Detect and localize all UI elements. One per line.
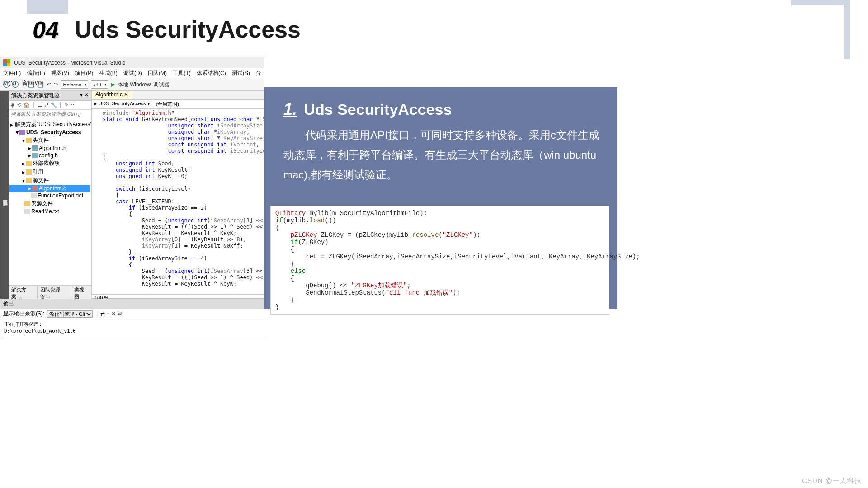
slide-title: Uds SecurityAccess xyxy=(75,16,301,43)
menu-bar: 文件(F) 编辑(E) 视图(V) 项目(P) 生成(B) 调试(D) 团队(M… xyxy=(0,68,264,78)
explorer-title: 解决方案资源管理器▾ ✕ xyxy=(9,91,91,101)
output-source-select[interactable]: 源代码管理 - Git xyxy=(47,310,93,318)
menu-project[interactable]: 项目(P) xyxy=(75,70,93,76)
nav-back-icon[interactable] xyxy=(3,81,9,88)
toolbar: │ 💾 💾 ↶ ↷ Release x86 ▶ 本地 Windows 调试器 xyxy=(0,78,264,91)
code-editor: Algorithm.c ✕ ▸ UDS_SecurityAccess ▾ (全局… xyxy=(92,91,264,301)
folder-ext[interactable]: ▸ 外部依赖项 xyxy=(9,159,90,168)
file-algorithm-c[interactable]: ▸ Algorithm.c xyxy=(9,185,90,192)
section-text: 代码采用通用API接口，可同时支持多种设备。采用c文件生成动态库，有利于跨平台编… xyxy=(283,125,602,185)
output-panel: 输出 显示输出来源(S): 源代码管理 - Git │ ⇄ ≡ ✕ ⏎ 正在打开… xyxy=(0,299,264,339)
file-config-h[interactable]: ▸ config.h xyxy=(9,152,90,159)
file-algorithm-h[interactable]: ▸ Algorithm.h xyxy=(9,145,90,152)
toolbar-sep: │ xyxy=(21,78,25,91)
explorer-toolbar[interactable]: ◉ ⟲ 🏠 │ ☰ ⇄ 🔧 │ ✎ ⋯ xyxy=(9,101,91,110)
folder-ref[interactable]: ▸ 引用 xyxy=(9,168,90,176)
menu-tools[interactable]: 工具(T) xyxy=(173,70,190,76)
solution-tree: ▸ 解决方案"UDS_SecurityAccess"(1 … ▾ UDS_Sec… xyxy=(9,118,91,285)
corner-decoration xyxy=(791,0,850,59)
platform-select[interactable]: x86 xyxy=(91,80,108,89)
output-line1: 正在打开存储库: xyxy=(4,321,260,328)
file-readme[interactable]: ReadMe.txt xyxy=(9,208,90,215)
editor-tabs: Algorithm.c ✕ xyxy=(92,91,264,100)
crumb-project[interactable]: ▸ UDS_SecurityAccess ▾ xyxy=(92,100,153,108)
code-snippet: QLibrary mylib(m_SecurityAlgorithmFile);… xyxy=(270,206,609,315)
tab-algorithm-c[interactable]: Algorithm.c ✕ xyxy=(92,91,132,99)
save-icon[interactable]: 💾 xyxy=(28,78,34,91)
redo-icon[interactable]: ↷ xyxy=(54,78,58,91)
menu-build[interactable]: 生成(B) xyxy=(99,70,118,76)
nav-fwd-icon[interactable] xyxy=(12,81,19,88)
output-body: 正在打开存储库: D:\project\usb_work_v1.0 xyxy=(0,319,264,336)
debugger-label[interactable]: 本地 Windows 调试器 xyxy=(118,78,170,91)
output-from-label: 显示输出来源(S): xyxy=(3,310,44,318)
project-node[interactable]: ▾ UDS_SecurityAccess xyxy=(9,129,90,136)
play-icon[interactable]: ▶ xyxy=(111,78,115,91)
output-toolbar: 显示输出来源(S): 源代码管理 - Git │ ⇄ ≡ ✕ ⏎ xyxy=(0,309,264,319)
visual-studio-window: UDS_SecurityAccess - Microsoft Visual St… xyxy=(0,57,264,299)
menu-team[interactable]: 团队(M) xyxy=(148,70,167,76)
slide-number: 04 xyxy=(33,16,59,43)
menu-file[interactable]: 文件(F) xyxy=(3,70,21,76)
crumb-scope[interactable]: (全局范围) xyxy=(153,100,182,108)
vs-logo-icon xyxy=(3,59,10,66)
watermark: CSDN @一人科技 xyxy=(802,477,862,485)
menu-test[interactable]: 测试(S) xyxy=(232,70,250,76)
server-explorer-strip[interactable]: 服务器资源管理器 工具箱 xyxy=(0,91,9,301)
undo-icon[interactable]: ↶ xyxy=(47,78,51,91)
menu-arch[interactable]: 体系结构(C) xyxy=(197,70,226,76)
solution-explorer: 解决方案资源管理器▾ ✕ ◉ ⟲ 🏠 │ ☰ ⇄ 🔧 │ ✎ ⋯ ▸ 解决方案"… xyxy=(9,91,92,301)
folder-headers[interactable]: ▾ 头文件 xyxy=(9,136,90,145)
output-title: 输出 xyxy=(0,299,264,309)
section-heading: 1. Uds SecurityAccess xyxy=(283,100,602,119)
menu-edit[interactable]: 编辑(E) xyxy=(27,70,45,76)
folder-res[interactable]: 资源文件 xyxy=(9,199,90,208)
folder-src[interactable]: ▾ 源文件 xyxy=(9,176,90,185)
solution-node[interactable]: ▸ 解决方案"UDS_SecurityAccess"(1 … xyxy=(9,120,90,129)
search-input[interactable] xyxy=(9,110,91,118)
header-accent xyxy=(27,0,68,14)
window-title: UDS_SecurityAccess - Microsoft Visual St… xyxy=(14,60,126,66)
menu-debug[interactable]: 调试(D) xyxy=(123,70,142,76)
output-line2: D:\project\usb_work_v1.0 xyxy=(4,328,260,334)
save-all-icon[interactable]: 💾 xyxy=(37,78,44,91)
code-area[interactable]: #include "Algorithm.h" static void GenKe… xyxy=(92,109,264,294)
nav-crumb: ▸ UDS_SecurityAccess ▾ (全局范围) xyxy=(92,100,264,109)
menu-view[interactable]: 视图(V) xyxy=(51,70,69,76)
file-export-def[interactable]: FunctionExport.def xyxy=(9,192,90,199)
config-select[interactable]: Release xyxy=(61,80,88,89)
window-titlebar: UDS_SecurityAccess - Microsoft Visual St… xyxy=(0,57,264,68)
explorer-search[interactable] xyxy=(9,110,91,118)
